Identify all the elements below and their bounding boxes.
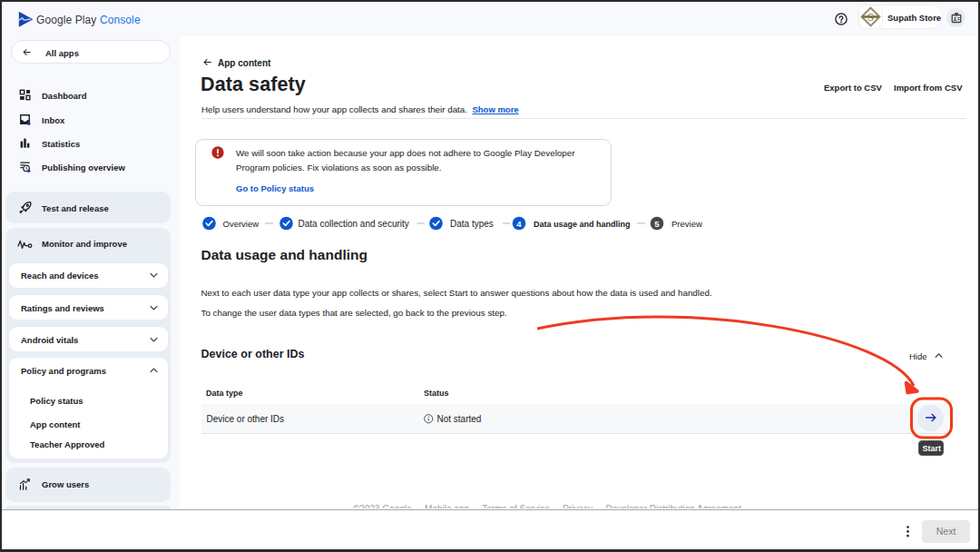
svg-text:4: 4 xyxy=(516,219,522,229)
svg-text:5: 5 xyxy=(654,219,660,229)
